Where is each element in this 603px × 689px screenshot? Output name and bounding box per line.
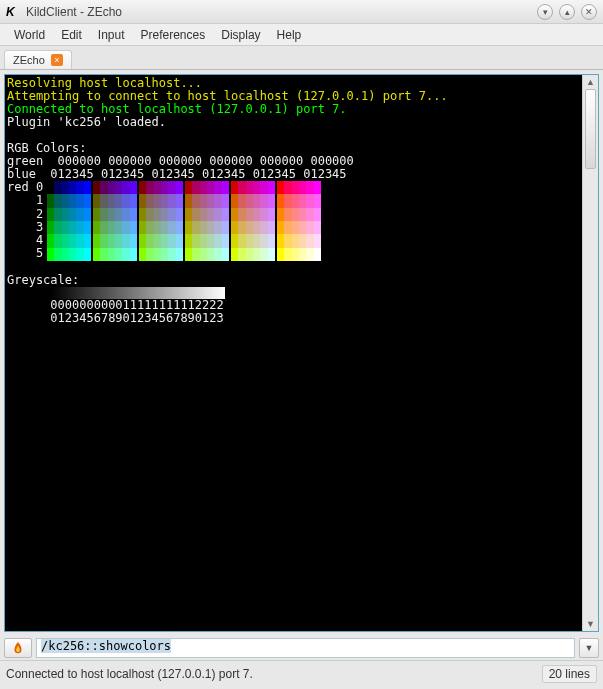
- terminal-output: Resolving host localhost...Attempting to…: [5, 75, 582, 631]
- rgb-block-red-5: [277, 181, 321, 261]
- titlebar: K KildClient - ZEcho ▾ ▴ ✕: [0, 0, 603, 24]
- send-button[interactable]: [4, 638, 32, 658]
- scroll-thumb[interactable]: [585, 89, 596, 169]
- menubar: World Edit Input Preferences Display Hel…: [0, 24, 603, 46]
- rgb-block-red-4: [231, 181, 275, 261]
- app-icon: K: [6, 5, 20, 19]
- menu-world[interactable]: World: [6, 26, 53, 44]
- minimize-button[interactable]: ▾: [537, 4, 553, 20]
- tab-label: ZEcho: [13, 54, 45, 66]
- scroll-up-icon[interactable]: ▲: [583, 75, 598, 89]
- statusbar: Connected to host localhost (127.0.0.1) …: [0, 660, 603, 687]
- rgb-block-red-0: [47, 181, 91, 261]
- scroll-down-icon[interactable]: ▼: [583, 617, 598, 631]
- menu-input[interactable]: Input: [90, 26, 133, 44]
- chevron-down-icon: ▼: [585, 643, 594, 653]
- status-lines: 20 lines: [542, 665, 597, 683]
- tabbar: ZEcho ×: [0, 46, 603, 70]
- menu-display[interactable]: Display: [213, 26, 268, 44]
- menu-edit[interactable]: Edit: [53, 26, 90, 44]
- rgb-block-red-3: [185, 181, 229, 261]
- tab-zecho[interactable]: ZEcho ×: [4, 50, 72, 69]
- window-title: KildClient - ZEcho: [26, 5, 531, 19]
- scrollbar[interactable]: ▲ ▼: [582, 75, 598, 631]
- command-input[interactable]: /kc256::showcolors: [36, 638, 575, 658]
- menu-preferences[interactable]: Preferences: [133, 26, 214, 44]
- close-button[interactable]: ✕: [581, 4, 597, 20]
- menu-help[interactable]: Help: [269, 26, 310, 44]
- status-left: Connected to host localhost (127.0.0.1) …: [6, 667, 542, 681]
- terminal-frame: Resolving host localhost...Attempting to…: [4, 74, 599, 632]
- history-dropdown-button[interactable]: ▼: [579, 638, 599, 658]
- rgb-block-red-1: [93, 181, 137, 261]
- tab-close-icon[interactable]: ×: [51, 54, 63, 66]
- input-row: /kc256::showcolors ▼: [0, 636, 603, 660]
- command-input-value: /kc256::showcolors: [41, 639, 171, 653]
- flame-icon: [11, 641, 25, 655]
- rgb-block-red-2: [139, 181, 183, 261]
- maximize-button[interactable]: ▴: [559, 4, 575, 20]
